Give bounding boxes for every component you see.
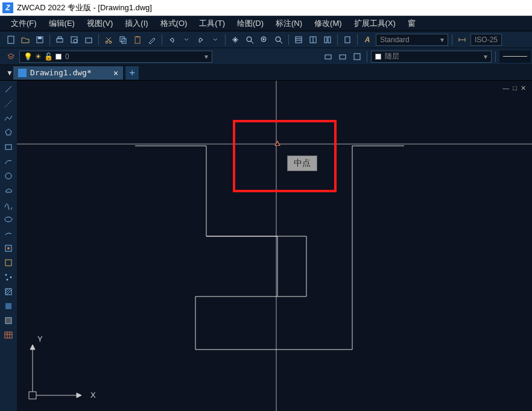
table-icon[interactable] — [2, 328, 15, 342]
svg-line-35 — [5, 100, 12, 107]
viewport-minimize-button[interactable]: — — [502, 84, 509, 92]
tab-close-button[interactable]: × — [113, 68, 118, 78]
properties-icon[interactable] — [292, 33, 305, 46]
color-combo[interactable]: 随层 ▾ — [371, 51, 492, 63]
polygon-icon[interactable] — [2, 126, 15, 139]
undo-dropdown-icon[interactable] — [180, 33, 193, 46]
line-icon[interactable] — [2, 83, 15, 96]
redo-dropdown-icon[interactable] — [209, 33, 222, 46]
viewport-controls: — □ ✕ — [502, 84, 526, 92]
open-icon[interactable] — [19, 33, 32, 46]
viewport-close-button[interactable]: ✕ — [521, 84, 526, 92]
hatch-icon[interactable] — [2, 285, 15, 298]
zoom-realtime-icon[interactable] — [243, 33, 256, 46]
zoom-window-icon[interactable] — [258, 33, 271, 46]
midpoint-snap-marker-icon — [274, 140, 280, 146]
publish-icon[interactable] — [82, 33, 95, 46]
svg-line-34 — [5, 86, 11, 92]
save-icon[interactable] — [33, 33, 46, 46]
svg-rect-36 — [5, 145, 11, 149]
tab-list-dropdown[interactable]: ▼ — [0, 69, 11, 77]
svg-rect-25 — [325, 37, 327, 43]
redo-icon[interactable] — [194, 33, 207, 46]
svg-rect-3 — [57, 39, 63, 42]
menu-edit[interactable]: 编辑(E) — [43, 16, 81, 31]
layer-prev-icon[interactable] — [336, 50, 349, 63]
zoom-previous-icon[interactable] — [272, 33, 285, 46]
standard-toolbar: A Standard ▾ ISO-25 — [0, 31, 532, 48]
layer-combo[interactable]: 💡 ☀ 🔓 0 ▾ — [19, 51, 212, 63]
layer-manager-icon[interactable] — [4, 50, 17, 63]
cut-icon[interactable] — [102, 33, 115, 46]
annotation-highlight-box — [233, 120, 337, 192]
separator — [225, 34, 226, 45]
layer-walk-icon[interactable] — [350, 50, 364, 63]
chevron-down-icon: ▾ — [440, 36, 444, 44]
document-tabbar: ▼ Drawing1.dwg* × + — [0, 65, 532, 81]
svg-point-19 — [276, 37, 280, 42]
menu-view[interactable]: 视图(V) — [81, 16, 119, 31]
make-block-icon[interactable] — [2, 256, 15, 269]
revision-cloud-icon[interactable] — [2, 184, 15, 197]
calculator-icon[interactable] — [341, 33, 354, 46]
separator — [367, 51, 367, 62]
separator — [357, 34, 358, 45]
dim-style-value: ISO-25 — [475, 36, 498, 44]
svg-text:X: X — [90, 391, 96, 400]
menu-window[interactable]: 窗 — [402, 16, 422, 31]
menu-format[interactable]: 格式(O) — [154, 16, 194, 31]
pan-icon[interactable] — [229, 33, 242, 46]
copy-icon[interactable] — [116, 33, 130, 46]
menu-modify[interactable]: 修改(M) — [308, 16, 348, 31]
construction-line-icon[interactable] — [2, 97, 15, 110]
viewport-maximize-button[interactable]: □ — [513, 84, 517, 92]
text-style-value: Standard — [380, 36, 410, 44]
print-preview-icon[interactable] — [68, 33, 81, 46]
menu-tools[interactable]: 工具(T) — [193, 16, 231, 31]
chevron-down-icon: ▾ — [204, 52, 208, 61]
tab-drawing1[interactable]: Drawing1.dwg* × — [13, 66, 123, 80]
svg-rect-41 — [5, 260, 11, 266]
new-icon[interactable] — [4, 33, 17, 46]
circle-icon[interactable] — [2, 169, 15, 183]
region-icon[interactable] — [2, 314, 15, 327]
dim-style-icon[interactable] — [455, 33, 469, 46]
insert-block-icon[interactable] — [2, 242, 15, 255]
window-title: ZWCAD 2022 专业版 - [Drawing1.dwg] — [17, 2, 152, 13]
separator — [288, 34, 289, 45]
polyline-icon[interactable] — [2, 111, 15, 125]
separator — [452, 34, 452, 45]
menu-insert[interactable]: 插入(I) — [119, 16, 154, 31]
rectangle-icon[interactable] — [2, 140, 15, 154]
point-icon[interactable] — [2, 271, 15, 284]
match-properties-icon[interactable] — [145, 33, 159, 46]
svg-rect-33 — [354, 54, 360, 60]
drawing-canvas[interactable]: — □ ✕ 中点 — [17, 81, 532, 411]
gradient-icon[interactable] — [2, 300, 15, 313]
svg-rect-51 — [5, 332, 12, 338]
ellipse-arc-icon[interactable] — [2, 227, 15, 240]
text-style-combo[interactable]: Standard ▾ — [376, 34, 448, 46]
undo-icon[interactable] — [165, 33, 179, 46]
separator — [49, 34, 50, 45]
menu-dimension[interactable]: 标注(N) — [270, 16, 308, 31]
tool-palette-icon[interactable] — [321, 33, 334, 46]
menu-file[interactable]: 文件(F) — [5, 16, 43, 31]
linetype-combo[interactable] — [499, 51, 531, 63]
spline-icon[interactable] — [2, 198, 15, 212]
print-icon[interactable] — [53, 33, 66, 46]
arc-icon[interactable] — [2, 155, 15, 168]
separator — [337, 34, 338, 45]
design-center-icon[interactable] — [306, 33, 320, 46]
ellipse-icon[interactable] — [2, 213, 15, 226]
layer-iso-icon[interactable] — [321, 50, 335, 63]
paste-icon[interactable] — [131, 33, 144, 46]
new-tab-button[interactable]: + — [125, 66, 139, 80]
snap-tooltip: 中点 — [287, 155, 317, 171]
menu-draw[interactable]: 绘图(D) — [231, 16, 270, 31]
svg-rect-12 — [135, 37, 140, 43]
svg-point-44 — [7, 279, 8, 281]
menu-extend-tools[interactable]: 扩展工具(X) — [348, 16, 402, 31]
text-style-a-icon[interactable]: A — [361, 33, 374, 46]
dim-style-combo[interactable]: ISO-25 — [470, 34, 502, 46]
